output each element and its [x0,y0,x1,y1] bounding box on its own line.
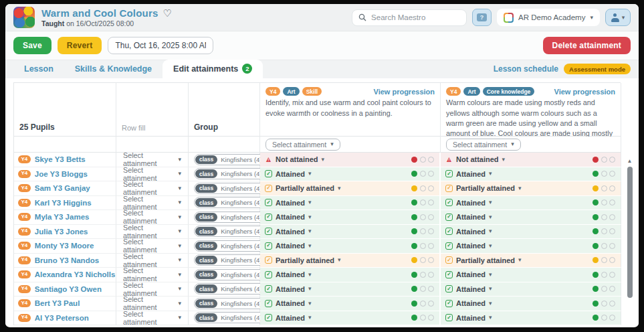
group-type-badge: class [195,313,217,322]
row-fill-select[interactable]: Select attainment ▾ [123,252,181,268]
attainment-cell-skill[interactable]: ✓ Attained ▾ [260,239,441,254]
pupil-name-link[interactable]: Bruno Y3 Nandos [35,256,99,264]
group-pill[interactable]: class Kingfishers (4) [194,283,267,295]
row-fill-select[interactable]: Select attainment ▾ [123,209,181,225]
attainment-cell-knowledge[interactable]: ✓ Attained ▾ [441,297,621,311]
group-pill[interactable]: class Kingfishers (4) [194,197,267,208]
status-icon: ✓ [445,242,453,250]
group-name: Kingfishers (4) [221,314,261,321]
row-fill-select[interactable]: Select attainment ▾ [123,310,181,326]
pupil-name-link[interactable]: Julia Y3 Jones [35,228,88,236]
help-button[interactable]: ? [472,9,492,26]
row-fill-select[interactable]: Select attainment ▾ [123,151,181,167]
attainment-cell-skill[interactable]: ✓ Attained ▾ [260,196,441,211]
help-bubble-icon: ? [477,13,487,21]
group-pill[interactable]: class Kingfishers (4) [194,183,267,194]
datetime-picker[interactable]: Thu, Oct 16, 2025 8:00 AM [108,37,213,54]
group-pill[interactable]: class Kingfishers (4) [194,269,267,280]
save-button[interactable]: Save [13,37,51,54]
chevron-down-icon: ▾ [178,171,181,177]
row-fill-select[interactable]: Select attainment ▾ [123,166,181,182]
status-label: Attained [276,285,305,293]
group-name: Kingfishers (4) [221,214,261,221]
status-label: Attained [276,299,305,307]
attempt-dots [411,185,434,191]
revert-button[interactable]: Revert [58,37,102,54]
attainment-cell-skill[interactable]: ✓ Attained ▾ [260,268,441,282]
attainment-cell-skill[interactable]: ▲ Not attained ▾ [260,153,441,167]
row-fill-select[interactable]: Select attainment ▾ [123,224,181,240]
user-menu-button[interactable]: ▾ [605,9,631,26]
status-label: Attained [456,170,486,178]
status-icon: ✓ [265,185,272,192]
pupil-name-link[interactable]: Santiago Y3 Owen [35,285,102,293]
attainment-cell-knowledge[interactable]: ✓ Attained ▾ [441,167,621,182]
academy-switcher[interactable]: AR Demo Academy ▾ [497,9,600,26]
row-fill-select[interactable]: Select attainment ▾ [123,281,181,297]
lesson-schedule-link[interactable]: Lesson schedule [494,64,558,74]
group-pill[interactable]: class Kingfishers (4) [194,312,267,323]
row-fill-select[interactable]: Select attainment ▾ [123,238,181,254]
attainment-cell-skill[interactable]: ✓ Partially attained ▾ [260,181,441,196]
attainment-cell-skill[interactable]: ✓ Attained ▾ [260,167,441,182]
scroll-up-icon[interactable]: ▲ [626,157,633,166]
row-fill-select[interactable]: Select attainment ▾ [123,295,181,311]
select-attainment-all-skill[interactable]: Select attainment▾ [265,139,340,151]
attainment-cell-knowledge[interactable]: ✓ Partially attained ▾ [441,254,621,268]
attainment-cell-knowledge[interactable]: ▲ Not attained ▾ [441,153,621,167]
attainment-cell-knowledge[interactable]: ✓ Attained ▾ [441,268,621,282]
delete-attainment-button[interactable]: Delete attainment [543,37,631,54]
attainment-cell-skill[interactable]: ✓ Attained ▾ [260,225,441,240]
pupil-name-link[interactable]: Sam Y3 Ganjay [35,184,90,192]
tab-lesson[interactable]: Lesson [13,60,64,78]
attainment-cell-skill[interactable]: ✓ Attained ▾ [260,282,441,297]
favourite-heart-icon[interactable]: ♡ [163,8,171,18]
view-progression-link[interactable]: View progression [374,88,435,96]
pupil-name-link[interactable]: Skye Y3 Betts [35,155,86,163]
row-fill-select[interactable]: Select attainment ▾ [123,180,181,196]
tab-edit-attainments[interactable]: Edit attainments 2 [163,60,263,78]
chevron-down-icon: ▾ [178,301,181,307]
group-pill[interactable]: class Kingfishers (4) [194,226,267,237]
pupil-name-link[interactable]: Bert Y3 Paul [35,299,80,307]
app-header: Warm and Cool Colours ♡ Taught on 16/Oct… [5,4,639,31]
group-pill[interactable]: class Kingfishers (4) [194,254,267,266]
group-name: Kingfishers (4) [221,156,261,163]
attainment-cell-skill[interactable]: ✓ Attained ▾ [260,210,441,225]
attainment-cell-knowledge[interactable]: ✓ Partially attained ▾ [441,181,621,196]
view-progression-link[interactable]: View progression [554,88,616,96]
group-pill[interactable]: class Kingfishers (4) [194,240,267,252]
chevron-down-icon: ▾ [308,199,312,205]
attainment-cell-knowledge[interactable]: ✓ Attained ▾ [441,210,621,225]
pupil-name-link[interactable]: Karl Y3 Higgins [35,199,92,207]
pupil-name-link[interactable]: Al Y3 Peterson [35,314,89,322]
group-pill[interactable]: class Kingfishers (4) [194,154,267,165]
row-fill-select[interactable]: Select attainment ▾ [123,195,181,211]
chevron-down-icon: ▾ [308,171,312,177]
group-pill[interactable]: class Kingfishers (4) [194,212,267,223]
attainment-cell-skill[interactable]: ✓ Partially attained ▾ [260,254,441,268]
pupil-name-link[interactable]: Alexandra Y3 Nicholls [35,270,116,278]
attainment-cell-knowledge[interactable]: ✓ Attained ▾ [441,311,621,326]
search-input[interactable] [371,13,451,21]
tab-skills-knowledge[interactable]: Skills & Knowledge [64,60,163,78]
attainment-cell-knowledge[interactable]: ✓ Attained ▾ [441,239,621,254]
skill-description: Identify, mix and use warm and cool pain… [265,98,435,118]
vertical-scrollbar[interactable]: ▲ [626,157,633,325]
table-row: Y4 Bruno Y3 Nandos Select attainment ▾ c… [14,254,621,268]
search-box[interactable] [352,9,467,26]
pupil-name-link[interactable]: Myla Y3 James [35,213,90,221]
attainment-cell-knowledge[interactable]: ✓ Attained ▾ [441,282,621,297]
attainment-cell-skill[interactable]: ✓ Attained ▾ [260,297,441,311]
attainment-cell-skill[interactable]: ✓ Attained ▾ [260,311,441,326]
pupil-name-link[interactable]: Monty Y3 Moore [35,242,94,250]
group-name: Kingfishers (4) [221,170,261,177]
select-attainment-all-knowledge[interactable]: Select attainment▾ [446,139,521,151]
pupil-name-link[interactable]: Joe Y3 Bloggs [35,170,88,178]
group-pill[interactable]: class Kingfishers (4) [194,168,267,179]
group-pill[interactable]: class Kingfishers (4) [194,298,267,309]
attainment-cell-knowledge[interactable]: ✓ Attained ▾ [441,196,621,211]
row-fill-select[interactable]: Select attainment ▾ [123,266,181,282]
attainment-cell-knowledge[interactable]: ✓ Attained ▾ [441,225,621,240]
scrollbar-thumb[interactable] [627,167,633,298]
